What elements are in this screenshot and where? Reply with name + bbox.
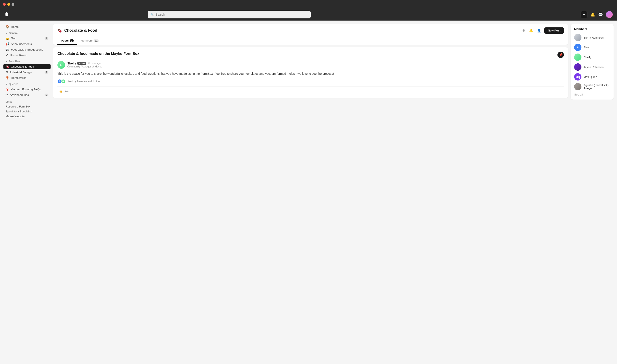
homewares-label: Homewares xyxy=(11,76,26,79)
sidebar-item-advanced-tips[interactable]: ✂ Advanced Tips 2 xyxy=(3,92,51,98)
admin-badge: ADMIN xyxy=(77,62,86,65)
member-item-jayne[interactable]: Jayne Robinson xyxy=(574,63,610,71)
shelly-avatar-image xyxy=(574,53,581,61)
post-header: Chocolate & food made on the Mayku FormB… xyxy=(57,52,564,58)
see-all-link[interactable]: See all xyxy=(574,93,610,96)
right-panel: Members Sierra Robinson A Alex Shelly xyxy=(571,24,614,361)
agustin-avatar-image xyxy=(574,83,581,90)
bell-icon: 🔔 xyxy=(590,12,595,17)
tab-posts[interactable]: Posts 1 xyxy=(57,37,77,45)
vacuum-faq-label: Vacuum Forming FAQs xyxy=(11,88,41,91)
post-author-avatar: S xyxy=(57,61,65,69)
traffic-light-green[interactable] xyxy=(12,3,14,6)
member-avatar-mq: MQ xyxy=(574,73,581,80)
like-button[interactable]: 👍 Like xyxy=(57,89,70,93)
member-item-shelly[interactable]: Shelly xyxy=(574,53,610,61)
sidebar-item-homewares[interactable]: 🏺 Homewares xyxy=(3,75,51,80)
chevron-down-icon-queries: ▼ xyxy=(6,83,8,85)
home-label: Home xyxy=(11,25,19,28)
title-bar xyxy=(0,0,617,9)
industrial-label: Industrial Design xyxy=(10,71,32,74)
tab-members[interactable]: Members 11 xyxy=(77,37,102,45)
lock-icon: 🔒 xyxy=(6,37,9,40)
sidebar-item-announcements[interactable]: 📢 Announcements xyxy=(3,41,51,47)
faq-icon: ❓ xyxy=(6,88,9,91)
member-name-jayne: Jayne Robinson xyxy=(584,65,604,69)
member-item-agustin[interactable]: Agustín (Flowalistik) Arroyo xyxy=(574,83,610,90)
member-item-alex[interactable]: A Alex xyxy=(574,44,610,51)
top-nav: 🔍 + 🔔 💬 xyxy=(0,9,617,21)
new-post-button[interactable]: New Post xyxy=(544,27,564,34)
post-author-info: Shelly ADMIN 27 days ago Community Manag… xyxy=(67,62,102,68)
test-badge: 1 xyxy=(45,37,48,40)
chocolate-label: Chocolate & Food xyxy=(11,65,34,68)
channel-actions: ⚙ 🔔 👤 New Post xyxy=(521,27,564,34)
sidebar-section-general-label: General xyxy=(9,32,18,35)
new-post-nav-button[interactable]: + xyxy=(581,11,588,18)
post-more-button[interactable]: ··· xyxy=(553,53,556,57)
channel-title-row: 🍫 Chocolate & Food ⚙ 🔔 👤 New Post xyxy=(57,27,564,34)
search-icon: 🔍 xyxy=(150,13,154,16)
sidebar-item-feedback[interactable]: 💬 Feedback & Suggestions xyxy=(3,47,51,52)
post-title: Chocolate & food made on the Mayku FormB… xyxy=(57,52,553,56)
home-icon: 🏠 xyxy=(6,25,9,28)
author-name-row: Shelly ADMIN 27 days ago xyxy=(67,62,102,65)
jayne-avatar-image xyxy=(574,63,581,71)
sidebar-item-chocolate[interactable]: 🍫 Chocolate & Food xyxy=(3,64,51,69)
industrial-badge: 1 xyxy=(45,71,48,74)
link-website[interactable]: Mayku Website xyxy=(3,114,51,119)
pin-icon: 📌 xyxy=(559,53,563,56)
user-avatar-nav[interactable] xyxy=(606,11,613,18)
sidebar-item-houserules[interactable]: ↗ House Rules xyxy=(3,52,51,58)
advanced-tips-badge: 2 xyxy=(45,93,48,96)
links-label: Links xyxy=(3,98,51,104)
members-title: Members xyxy=(574,27,610,31)
chat-icon: 💬 xyxy=(598,12,603,17)
tab-members-badge: 11 xyxy=(94,39,99,42)
channel-notifications-button[interactable]: 🔔 xyxy=(528,28,534,33)
search-bar[interactable]: 🔍 xyxy=(148,11,311,18)
sidebar-item-test[interactable]: 🔒 Test 1 xyxy=(3,36,51,41)
chevron-down-icon-formbox: ▼ xyxy=(6,60,8,63)
member-name-alex: Alex xyxy=(584,46,589,49)
notifications-button[interactable]: 🔔 xyxy=(590,12,595,17)
search-input[interactable] xyxy=(156,13,308,16)
thumbs-up-icon: 👍 xyxy=(59,90,63,93)
feedback-icon: 💬 xyxy=(6,48,9,51)
post-time: 27 days ago xyxy=(88,62,100,65)
channel-tabs: Posts 1 Members 11 xyxy=(57,37,564,45)
member-avatar-jayne xyxy=(574,63,581,71)
messages-button[interactable]: 💬 xyxy=(598,12,603,17)
traffic-light-red[interactable] xyxy=(3,3,6,6)
homewares-icon: 🏺 xyxy=(6,76,9,79)
post-body: This is the space for you to share the w… xyxy=(57,71,564,76)
link-reserve[interactable]: Reserve a FormBox xyxy=(3,104,51,109)
channel-settings-button[interactable]: ⚙ xyxy=(521,28,526,33)
channel-icon: 🍫 xyxy=(57,28,62,33)
post-pin-button[interactable]: 📌 xyxy=(557,52,564,58)
sidebar-section-general[interactable]: ▼ General xyxy=(3,29,51,36)
channel-header: 🍫 Chocolate & Food ⚙ 🔔 👤 New Post Posts … xyxy=(53,24,568,45)
member-item-sierra[interactable]: Sierra Robinson xyxy=(574,34,610,41)
announcements-icon: 📢 xyxy=(6,42,9,46)
member-item-maxquinn[interactable]: MQ Max Quinn xyxy=(574,73,610,80)
sidebar: 🏠 Home ▼ General 🔒 Test 1 📢 Announcement… xyxy=(3,24,51,361)
main-area: 🏠 Home ▼ General 🔒 Test 1 📢 Announcement… xyxy=(0,21,617,364)
tab-members-label: Members xyxy=(80,39,93,42)
post-author-row: S Shelly ADMIN 27 days ago Community Man… xyxy=(57,61,564,69)
sidebar-section-formbox[interactable]: ▼ FormBox xyxy=(3,58,51,64)
content-area: 🍫 Chocolate & Food ⚙ 🔔 👤 New Post Posts … xyxy=(53,24,568,361)
likes-text: Liked by beverley and 1 other xyxy=(67,80,100,83)
like-button-label: Like xyxy=(64,90,69,93)
like-avatars: B G xyxy=(57,79,66,84)
link-specialist[interactable]: Speak to a Specialist xyxy=(3,109,51,114)
sidebar-item-industrial[interactable]: ⚙ Industrial Design 1 xyxy=(3,69,51,75)
sidebar-section-queries[interactable]: ▼ Queries xyxy=(3,80,51,87)
sidebar-item-home[interactable]: 🏠 Home xyxy=(3,24,51,29)
feedback-label: Feedback & Suggestions xyxy=(11,48,43,51)
post-actions: 👍 Like xyxy=(57,86,564,93)
traffic-light-yellow[interactable] xyxy=(7,3,10,6)
channel-members-button[interactable]: 👤 xyxy=(536,28,542,33)
sidebar-item-vacuum-faq[interactable]: ❓ Vacuum Forming FAQs xyxy=(3,87,51,92)
member-avatar-sierra xyxy=(574,34,581,41)
